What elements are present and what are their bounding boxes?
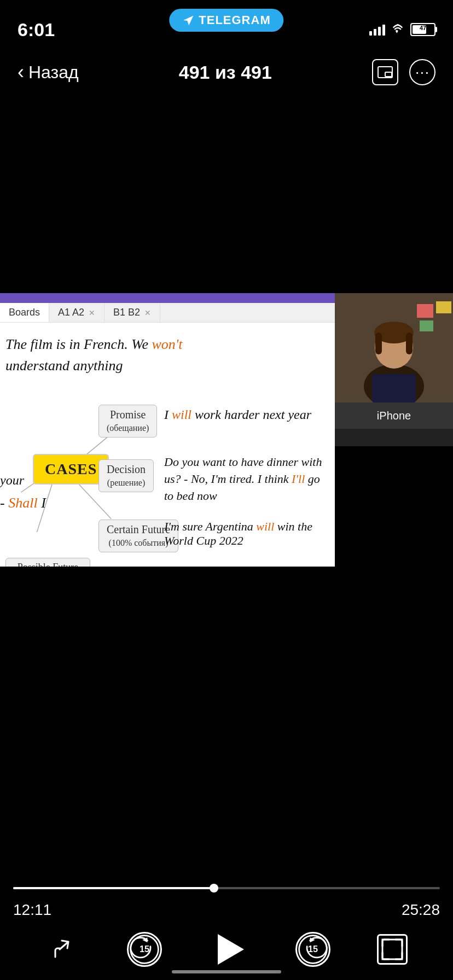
svg-rect-22	[382, 940, 402, 959]
rewind-15-button[interactable]: 15	[127, 932, 162, 967]
total-time: 25:28	[402, 901, 440, 919]
current-time: 12:11	[13, 901, 51, 919]
video-black-bottom	[0, 567, 453, 851]
share-button[interactable]	[45, 932, 80, 967]
expand-icon	[380, 937, 404, 961]
progress-thumb[interactable]	[210, 884, 218, 892]
play-icon	[218, 934, 244, 965]
cases-label: CASES	[45, 460, 97, 477]
play-button[interactable]	[209, 930, 248, 969]
webcam-person-svg	[335, 293, 453, 402]
pip-icon	[378, 66, 393, 78]
nav-title: 491 из 491	[179, 62, 272, 83]
home-indicator	[172, 970, 281, 973]
nav-right-buttons: ···	[372, 59, 435, 85]
status-bar: 6:01 TELEGRAM 47	[0, 0, 453, 48]
telegram-label: TELEGRAM	[199, 13, 270, 27]
status-time: 6:01	[18, 19, 55, 40]
tab-boards-label: Boards	[9, 307, 40, 318]
will-highlight-2: will	[256, 520, 274, 533]
tab-boards[interactable]: Boards	[0, 303, 49, 322]
ill-highlight: I'll	[292, 472, 305, 486]
promise-box: Promise(обещание)	[98, 405, 157, 438]
decision-text: Do you want to have dinner with us? - No…	[164, 454, 323, 504]
time-labels: 12:11 25:28	[13, 901, 440, 919]
svg-text:15: 15	[140, 944, 149, 954]
tab-b1b2[interactable]: B1 B2 ✕	[104, 303, 160, 322]
your-label: your	[0, 473, 24, 487]
webcam-device-label: iPhone	[377, 410, 411, 422]
progress-track[interactable]	[13, 887, 440, 889]
svg-rect-16	[406, 332, 413, 354]
progress-bar-container[interactable]	[13, 886, 440, 890]
signal-icon	[369, 24, 385, 36]
player-controls: 15 15	[0, 930, 453, 969]
svg-rect-15	[375, 332, 382, 354]
forward-15-button[interactable]: 15	[295, 932, 330, 967]
svg-rect-1	[385, 72, 392, 77]
webcam-overlay: iPhone	[335, 293, 453, 446]
certain-text: I'm sure Argentina will win the World Cu…	[164, 520, 323, 548]
will-highlight-1: will	[172, 407, 191, 422]
film-text: The film is in French. We won'tunderstan…	[5, 334, 183, 376]
svg-rect-11	[420, 320, 433, 331]
shall-text: - Shall I	[0, 495, 46, 511]
forward-15-icon: 15	[297, 932, 329, 967]
tab-b1b2-label: B1 B2	[113, 307, 140, 318]
back-label: Назад	[28, 62, 79, 83]
tab-a1a2-label: A1 A2	[58, 307, 84, 318]
cases-box: CASES	[33, 454, 109, 485]
expand-button[interactable]	[377, 934, 408, 965]
slide-area: Boards A1 A2 ✕ B1 B2 ✕ The film is in Fr…	[0, 293, 335, 567]
picture-in-picture-button[interactable]	[372, 59, 398, 85]
decision-box: Decision(решение)	[98, 459, 154, 492]
tab-a1a2[interactable]: A1 A2 ✕	[49, 303, 104, 322]
svg-text:15: 15	[308, 944, 318, 954]
webcam-label: iPhone	[335, 402, 453, 429]
status-right: 47	[369, 23, 435, 36]
more-options-button[interactable]: ···	[409, 59, 435, 85]
possible-box: Possible Future(вероятные события)	[5, 558, 90, 567]
telegram-pill: TELEGRAM	[169, 9, 283, 32]
telegram-icon	[182, 14, 194, 26]
slide-purple-bar	[0, 293, 335, 303]
battery-level: 47	[420, 25, 426, 31]
your-text: your	[0, 473, 24, 488]
shall-highlight: Shall	[8, 495, 37, 511]
back-chevron-icon: ‹	[18, 61, 24, 84]
nav-bar: ‹ Назад 491 из 491 ···	[0, 48, 453, 96]
battery-icon: 47	[410, 23, 435, 36]
wont-highlight: won't	[152, 336, 182, 352]
tab-a1a2-close-icon[interactable]: ✕	[89, 308, 95, 317]
webcam-video	[335, 293, 453, 402]
mindmap: CASES Promise(обещание) I will work hard…	[0, 388, 335, 567]
svg-rect-9	[417, 304, 433, 318]
share-icon	[51, 937, 75, 961]
slide-tabs: Boards A1 A2 ✕ B1 B2 ✕	[0, 303, 335, 323]
back-button[interactable]: ‹ Назад	[18, 61, 79, 84]
rewind-15-icon: 15	[129, 932, 160, 967]
svg-rect-10	[436, 301, 451, 313]
wifi-icon	[391, 24, 405, 35]
tab-b1b2-close-icon[interactable]: ✕	[144, 308, 151, 317]
more-dots-icon: ···	[415, 63, 429, 81]
promise-text: I will work harder next year	[164, 407, 311, 422]
slide-content: The film is in French. We won'tunderstan…	[0, 323, 335, 567]
telegram-pill-container: TELEGRAM	[169, 9, 283, 32]
progress-fill	[13, 887, 214, 889]
svg-rect-17	[372, 374, 416, 402]
video-black-top	[0, 96, 453, 293]
